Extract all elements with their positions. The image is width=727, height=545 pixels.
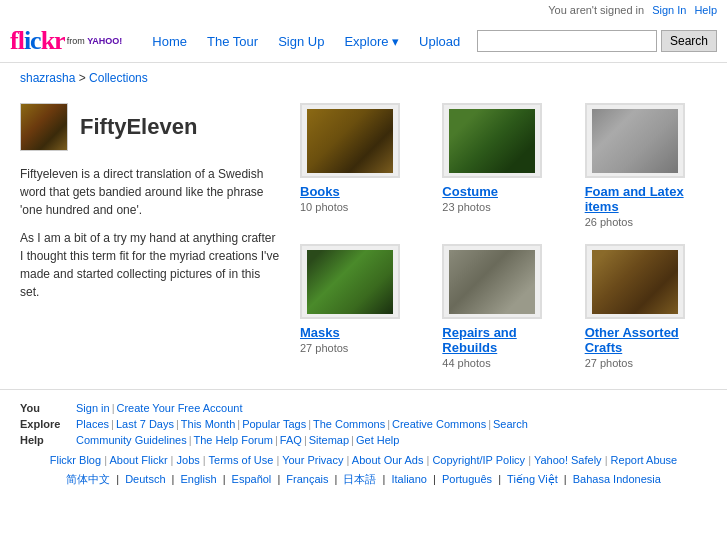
collection-item-other: Other Assorted Crafts27 photos (585, 244, 707, 369)
lang-vi[interactable]: Tiếng Việt (507, 473, 558, 485)
logo[interactable]: flickr from YAHOO! (10, 26, 122, 56)
footer-terms[interactable]: Terms of Use (209, 454, 274, 466)
collection-thumb-foam[interactable] (585, 103, 685, 178)
footer-you-row: You Sign in | Create Your Free Account (20, 402, 707, 414)
collection-title-books[interactable]: Books (300, 184, 422, 199)
collections-panel: Books10 photosCostume23 photosFoam and L… (300, 103, 707, 369)
collection-thumb-image-repairs (449, 250, 535, 314)
avatar (20, 103, 68, 151)
collection-item-masks: Masks27 photos (300, 244, 422, 369)
collection-count-books: 10 photos (300, 201, 422, 213)
collection-thumb-repairs[interactable] (442, 244, 542, 319)
collection-title-other[interactable]: Other Assorted Crafts (585, 325, 707, 355)
breadcrumb: shazrasha > Collections (0, 63, 727, 93)
lang-es[interactable]: Español (232, 473, 272, 485)
collection-title-foam[interactable]: Foam and Latex items (585, 184, 707, 214)
footer-places[interactable]: Places (76, 418, 109, 430)
footer-populartags[interactable]: Popular Tags (242, 418, 306, 430)
lang-pt[interactable]: Português (442, 473, 492, 485)
collection-item-repairs: Repairs and Rebuilds44 photos (442, 244, 564, 369)
lang-de[interactable]: Deutsch (125, 473, 165, 485)
footer-privacy[interactable]: Your Privacy (282, 454, 343, 466)
collection-thumb-image-masks (307, 250, 393, 314)
collection-count-repairs: 44 photos (442, 357, 564, 369)
footer-guidelines[interactable]: Community Guidelines (76, 434, 187, 446)
footer-explore-row: Explore Places | Last 7 Days | This Mont… (20, 418, 707, 430)
collection-thumb-masks[interactable] (300, 244, 400, 319)
nav-signup[interactable]: Sign Up (268, 34, 334, 49)
lang-it[interactable]: Italiano (391, 473, 426, 485)
collections-grid: Books10 photosCostume23 photosFoam and L… (300, 103, 707, 369)
collection-thumb-image-costume (449, 109, 535, 173)
footer-signin-link[interactable]: Sign in (76, 402, 110, 414)
username: FiftyEleven (80, 114, 197, 140)
collection-title-masks[interactable]: Masks (300, 325, 422, 340)
sign-in-link[interactable]: Sign In (652, 4, 686, 16)
collection-title-repairs[interactable]: Repairs and Rebuilds (442, 325, 564, 355)
collection-thumb-other[interactable] (585, 244, 685, 319)
search-input[interactable] (477, 30, 657, 52)
search-button[interactable]: Search (661, 30, 717, 52)
footer-safe[interactable]: Yahoo! Safely (534, 454, 602, 466)
search-bar: Search (477, 30, 717, 52)
footer-gethelp[interactable]: Get Help (356, 434, 399, 446)
lang-fr[interactable]: Français (286, 473, 328, 485)
footer-search[interactable]: Search (493, 418, 528, 430)
collection-title-costume[interactable]: Costume (442, 184, 564, 199)
footer-help-label: Help (20, 434, 70, 446)
lang-id[interactable]: Bahasa Indonesia (573, 473, 661, 485)
footer-explore-links: Places | Last 7 Days | This Month | Popu… (76, 418, 528, 430)
collection-item-foam: Foam and Latex items26 photos (585, 103, 707, 228)
footer-create-account-link[interactable]: Create Your Free Account (117, 402, 243, 414)
footer-thecommons[interactable]: The Commons (313, 418, 385, 430)
footer: You Sign in | Create Your Free Account E… (0, 389, 727, 499)
collection-item-costume: Costume23 photos (442, 103, 564, 228)
footer-jobs[interactable]: Jobs (177, 454, 200, 466)
collection-count-other: 27 photos (585, 357, 707, 369)
footer-copyright[interactable]: Copyright/IP Policy (432, 454, 525, 466)
top-bar: You aren't signed in Sign In Help (0, 0, 727, 20)
logo-text: flickr (10, 26, 65, 56)
signed-out-text: You aren't signed in (548, 4, 644, 16)
lang-jp[interactable]: 日本語 (343, 473, 376, 485)
footer-creativecommons[interactable]: Creative Commons (392, 418, 486, 430)
footer-blog[interactable]: Flickr Blog (50, 454, 101, 466)
footer-helpforum[interactable]: The Help Forum (194, 434, 273, 446)
nav-tour[interactable]: The Tour (197, 34, 268, 49)
collection-count-masks: 27 photos (300, 342, 422, 354)
header: You aren't signed in Sign In Help flickr… (0, 0, 727, 63)
collection-thumb-image-foam (592, 109, 678, 173)
collection-thumb-books[interactable] (300, 103, 400, 178)
nav-upload[interactable]: Upload (409, 34, 470, 49)
collection-count-costume: 23 photos (442, 201, 564, 213)
lang-zh[interactable]: 简体中文 (66, 473, 110, 485)
breadcrumb-sep: > (79, 71, 89, 85)
help-link[interactable]: Help (694, 4, 717, 16)
logo-nav: flickr from YAHOO! Home The Tour Sign Up… (0, 20, 727, 62)
footer-sitemap[interactable]: Sitemap (309, 434, 349, 446)
footer-last7days[interactable]: Last 7 Days (116, 418, 174, 430)
explore-link-label: Explore (344, 34, 388, 49)
footer-bottom: Flickr Blog | About Flickr | Jobs | Term… (20, 454, 707, 466)
explore-arrow-icon: ▾ (392, 34, 399, 49)
collection-item-books: Books10 photos (300, 103, 422, 228)
footer-report[interactable]: Report Abuse (611, 454, 678, 466)
lang-bar: 简体中文 | Deutsch | English | Español | Fra… (20, 472, 707, 487)
collection-thumb-costume[interactable] (442, 103, 542, 178)
logo-yahoo: from YAHOO! (67, 36, 123, 46)
nav-explore[interactable]: Explore ▾ (334, 34, 409, 49)
footer-about[interactable]: About Flickr (109, 454, 167, 466)
footer-you-label: You (20, 402, 70, 414)
breadcrumb-page[interactable]: Collections (89, 71, 148, 85)
footer-faq[interactable]: FAQ (280, 434, 302, 446)
description-para-1: Fiftyeleven is a direct translation of a… (20, 165, 280, 219)
lang-en[interactable]: English (181, 473, 217, 485)
footer-thismonth[interactable]: This Month (181, 418, 235, 430)
nav-home[interactable]: Home (142, 34, 197, 49)
footer-help-links: Community Guidelines | The Help Forum | … (76, 434, 399, 446)
footer-ads[interactable]: About Our Ads (352, 454, 424, 466)
collection-thumb-image-books (307, 109, 393, 173)
footer-you-links: Sign in | Create Your Free Account (76, 402, 242, 414)
breadcrumb-user[interactable]: shazrasha (20, 71, 75, 85)
main-nav: Home The Tour Sign Up Explore ▾ Upload (142, 34, 470, 49)
